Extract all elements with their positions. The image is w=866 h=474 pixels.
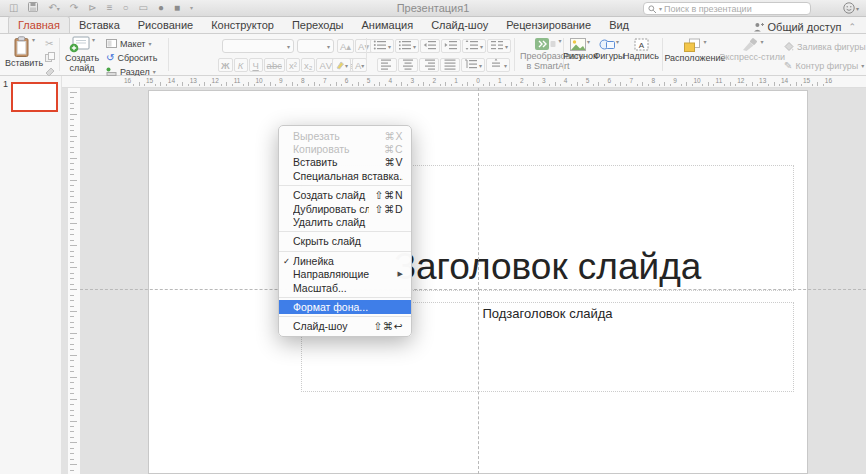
decrease-indent-button[interactable] xyxy=(420,39,440,53)
shapes-button[interactable]: ▾ Фигуры xyxy=(596,38,622,62)
spacing-icon xyxy=(465,39,479,53)
ruler-number: 1 xyxy=(454,77,458,84)
context-menu-item[interactable]: Создать слайд⇧⌘N xyxy=(279,189,411,202)
ruler-number: 10 xyxy=(693,77,700,84)
strikethrough-button[interactable]: abc xyxy=(264,58,285,72)
context-menu-item[interactable]: Удалить слайд xyxy=(279,215,411,228)
tab[interactable]: Слайд-шоу xyxy=(422,17,497,33)
context-menu-item-label: Формат фона... xyxy=(293,301,403,313)
context-menu-shortcut: ⇧⌘N xyxy=(375,189,403,201)
redo-icon[interactable]: ↷ xyxy=(70,3,78,13)
spelling-icon[interactable]: ≡ xyxy=(107,3,113,13)
undo-icon[interactable]: ↶▾ xyxy=(48,3,59,13)
save-icon[interactable] xyxy=(28,2,38,14)
context-menu-shortcut: ⌘V xyxy=(384,156,403,168)
tab[interactable]: Рисование xyxy=(129,17,202,33)
arrange-label: Расположение xyxy=(664,54,725,64)
quick-styles-brush-icon xyxy=(740,38,758,52)
picture-button[interactable]: ▾ Рисунок xyxy=(567,38,593,62)
text-direction-button[interactable]: ▾ xyxy=(461,58,485,72)
ruler-number: 1 xyxy=(498,77,502,84)
tab-active[interactable]: Главная xyxy=(8,16,70,33)
copy-icon[interactable] xyxy=(45,52,55,64)
context-menu-item[interactable]: Вставить⌘V xyxy=(279,156,411,169)
shape-oval-icon[interactable]: ○ xyxy=(122,3,128,13)
increase-font-button[interactable]: А▴ xyxy=(337,39,354,53)
feedback-button[interactable]: ▾ xyxy=(843,2,859,14)
shape-fill-button[interactable]: Заливка фигуры▾ xyxy=(784,40,866,53)
bullets-button[interactable]: ▾ xyxy=(370,39,394,53)
toolbar-options-icon[interactable]: ▾ xyxy=(190,5,193,11)
align-left-button[interactable] xyxy=(377,58,397,72)
font-size-select[interactable]: ▾ xyxy=(297,39,334,53)
bold-button[interactable]: Ж xyxy=(218,58,233,72)
layout-icon xyxy=(106,39,117,48)
numbering-button[interactable]: ▾ xyxy=(395,39,419,53)
search-input[interactable] xyxy=(664,4,806,14)
new-slide-button[interactable]: ▾ Создать слайд xyxy=(62,36,102,74)
context-menu-item[interactable]: ✓Линейка xyxy=(279,254,411,267)
tab[interactable]: Рецензирование xyxy=(497,17,600,33)
columns-button[interactable]: ▾ xyxy=(487,39,511,53)
context-menu-shortcut: ⇧⌘↩ xyxy=(373,320,403,332)
align-right-button[interactable] xyxy=(419,58,439,72)
superscript-button[interactable]: x² xyxy=(286,58,300,72)
highlight-color-button[interactable]: ▾ xyxy=(332,58,351,72)
collapse-ribbon-icon[interactable]: ⌃ xyxy=(846,22,858,32)
tab[interactable]: Вид xyxy=(600,17,638,33)
shape-outline-button[interactable]: ✎ Контур фигуры▾ xyxy=(784,59,866,72)
sidebar-toggle-icon[interactable]: ◫ xyxy=(9,3,18,13)
record-dot-icon[interactable]: ● xyxy=(158,3,164,13)
tab[interactable]: Вставка xyxy=(70,17,129,33)
slide-thumbnail-selected[interactable] xyxy=(11,82,58,112)
shape-fill-label: Заливка фигуры xyxy=(797,42,866,52)
valign-icon xyxy=(489,58,503,72)
reset-button[interactable]: ↺ Сбросить xyxy=(106,51,157,64)
ruler-number: 12 xyxy=(737,77,744,84)
context-menu-item[interactable]: Масштаб... xyxy=(279,281,411,294)
align-text-button[interactable]: ▾ xyxy=(486,58,510,72)
arrange-icon xyxy=(683,38,701,53)
search-scope-caret-icon[interactable]: ▾ xyxy=(659,5,662,12)
play-from-start-icon[interactable]: ⊳ xyxy=(88,3,96,13)
svg-text:А: А xyxy=(638,41,644,50)
font-name-select[interactable]: ▾ xyxy=(222,39,294,53)
context-menu-item-label: Копировать xyxy=(293,143,378,155)
italic-button[interactable]: К xyxy=(234,58,248,72)
share-button[interactable]: Общий доступ xyxy=(753,21,842,33)
textbox-button[interactable]: А Надпись xyxy=(626,38,656,62)
increase-indent-button[interactable] xyxy=(441,39,461,53)
new-slide-caret-icon: ▾ xyxy=(92,36,95,43)
tab[interactable]: Анимация xyxy=(353,17,423,33)
tab[interactable]: Конструктор xyxy=(202,17,283,33)
justify-button[interactable] xyxy=(440,58,460,72)
context-menu-item-label: Вставить xyxy=(293,156,378,168)
quick-styles-button[interactable]: ▾ Экспресс-стили xyxy=(726,38,778,63)
ruler-number: 7 xyxy=(323,77,327,84)
textbox-icon: А xyxy=(634,38,649,51)
subscript-button[interactable]: x₂ xyxy=(301,58,315,72)
search-box[interactable]: ▾ xyxy=(643,2,811,15)
tab[interactable]: Переходы xyxy=(283,17,353,33)
context-menu-item[interactable]: Формат фона... xyxy=(279,300,411,313)
underline-button[interactable]: Ч xyxy=(249,58,263,72)
section-label: Раздел xyxy=(120,67,150,77)
shape-fill-icon xyxy=(784,42,794,52)
context-menu-item[interactable]: Дублировать слайд⇧⌘D xyxy=(279,202,411,215)
checkmark-icon: ✓ xyxy=(283,256,293,266)
context-menu-item[interactable]: Копировать⌘C xyxy=(279,142,411,155)
arrange-button[interactable]: ▾ Расположение xyxy=(668,38,722,64)
context-menu-item[interactable]: Слайд-шоу⇧⌘↩ xyxy=(279,320,411,333)
cut-icon[interactable]: ✂ xyxy=(45,38,55,49)
media-icon[interactable]: ▭ xyxy=(139,3,148,13)
context-menu-item[interactable]: Вырезать⌘X xyxy=(279,129,411,142)
ruler-number: 9 xyxy=(673,77,677,84)
context-menu-item[interactable]: Направляющие▶ xyxy=(279,268,411,281)
context-menu-item[interactable]: Специальная вставка... xyxy=(279,169,411,182)
paste-button[interactable]: ▾ Вставить xyxy=(6,36,42,69)
context-menu-item[interactable]: Скрыть слайд xyxy=(279,235,411,248)
align-center-button[interactable] xyxy=(398,58,418,72)
stop-square-icon[interactable]: ■ xyxy=(174,3,180,13)
line-spacing-button[interactable]: ▾ xyxy=(462,39,486,53)
layout-button[interactable]: Макет▾ xyxy=(106,37,157,50)
